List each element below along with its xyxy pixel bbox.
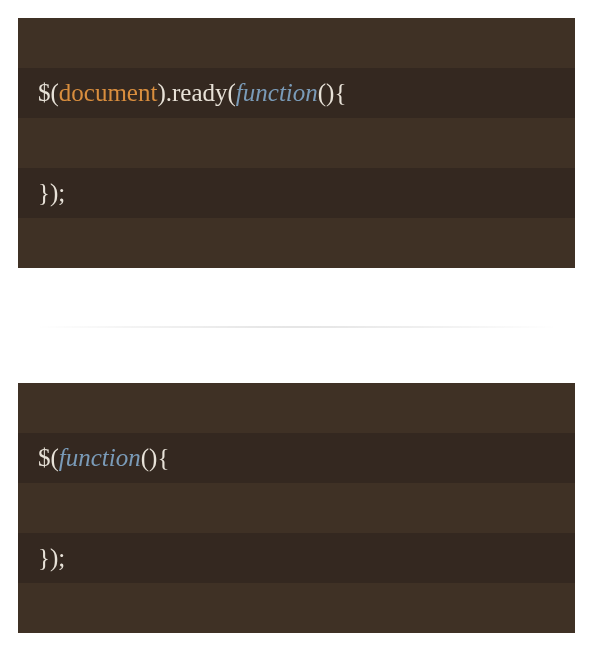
- code-line-empty: [18, 18, 575, 68]
- code-token: });: [38, 544, 65, 571]
- code-token: });: [38, 179, 65, 206]
- code-token: (){: [141, 444, 170, 471]
- code-line: $(document).ready(function(){: [18, 68, 575, 118]
- code-block-1: $(document).ready(function(){ });: [18, 18, 575, 268]
- code-line: });: [18, 168, 575, 218]
- code-block-2: $(function(){ });: [18, 383, 575, 633]
- code-token-keyword: function: [59, 444, 141, 471]
- code-line: $(function(){: [18, 433, 575, 483]
- code-line: });: [18, 533, 575, 583]
- code-line-empty: [18, 483, 575, 533]
- code-line-empty: [18, 218, 575, 268]
- code-token: ).ready(: [157, 79, 235, 106]
- code-token: $(: [38, 444, 59, 471]
- code-token-keyword: function: [236, 79, 318, 106]
- separator: [18, 298, 575, 353]
- code-line-empty: [18, 383, 575, 433]
- code-line-empty: [18, 583, 575, 633]
- code-line-empty: [18, 118, 575, 168]
- code-token-variable: document: [59, 79, 158, 106]
- code-token: (){: [318, 79, 347, 106]
- code-token: $(: [38, 79, 59, 106]
